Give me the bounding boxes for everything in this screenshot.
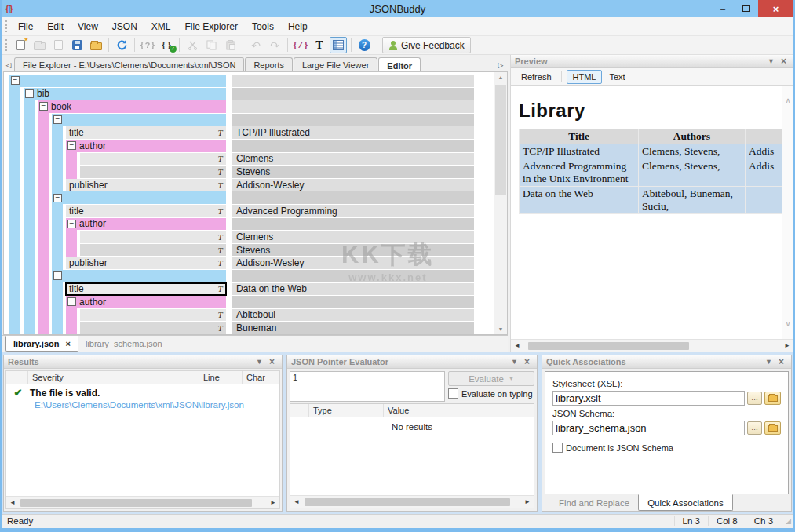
scrollbar-thumb[interactable] [20, 499, 252, 507]
collapse-icon[interactable]: − [67, 141, 76, 150]
evaluate-on-typing-checkbox[interactable] [448, 388, 458, 399]
tree-value-cell[interactable] [232, 114, 474, 126]
tab-editor[interactable]: Editor [378, 57, 421, 72]
scroll-left-icon[interactable]: ◄ [511, 342, 523, 349]
tree-container-header[interactable]: −book [38, 100, 226, 113]
scroll-down-icon[interactable]: ∨ [782, 320, 793, 328]
close-panel-icon[interactable]: × [521, 356, 533, 367]
evaluator-horizontal-scrollbar[interactable]: ◄ ► [290, 495, 534, 508]
open-schema-button[interactable] [764, 421, 781, 435]
tab-find-and-replace[interactable]: Find and Replace [550, 494, 638, 511]
open-stylesheet-button[interactable] [764, 392, 781, 405]
scroll-left-icon[interactable]: ◄ [6, 499, 19, 506]
tree-value-cell[interactable]: Clemens [232, 231, 474, 243]
tab-reports[interactable]: Reports [245, 57, 293, 71]
close-panel-icon[interactable]: × [266, 356, 278, 367]
tree-container-header[interactable]: − [52, 270, 226, 282]
collapse-icon[interactable]: − [39, 102, 48, 111]
collapse-icon[interactable]: − [53, 115, 62, 124]
document-is-schema-checkbox[interactable] [552, 443, 563, 453]
result-file-link[interactable]: E:\Users\Clemens\Documents\xml\JSON\libr… [35, 400, 279, 410]
open-folder-button[interactable] [87, 37, 104, 53]
tree-value-cell[interactable]: Buneman [232, 322, 474, 334]
scroll-right-icon[interactable]: ► [781, 342, 793, 349]
file-tab-library-json[interactable]: library.json × [5, 336, 78, 352]
editor-vertical-scrollbar[interactable]: ▲ ▼ [494, 72, 507, 334]
schema-input[interactable] [552, 421, 745, 435]
tree-name-cell[interactable]: T [80, 153, 226, 166]
tab-scroll-right-icon[interactable]: ▷ [495, 61, 506, 71]
pin-menu-icon[interactable]: ▼ [253, 358, 266, 366]
tree-value-cell[interactable] [232, 270, 474, 282]
close-tab-icon[interactable]: × [65, 339, 70, 348]
menu-view[interactable]: View [71, 18, 105, 35]
tree-name-cell[interactable]: T [80, 166, 226, 178]
tree-name-cell[interactable]: publisherT [66, 257, 226, 269]
scroll-down-icon[interactable]: ▼ [494, 326, 507, 332]
evaluate-button[interactable]: Evaluate ▼ [448, 371, 534, 386]
collapse-icon[interactable]: − [25, 89, 34, 98]
new-document-button[interactable]: * [12, 37, 29, 53]
tree-value-cell[interactable] [232, 88, 474, 100]
tab-html[interactable]: HTML [567, 70, 603, 84]
check-wellformed-button[interactable]: {}✓ [158, 37, 175, 53]
scroll-up-icon[interactable]: ▲ [494, 75, 507, 80]
tab-quick-associations[interactable]: Quick Associations [638, 494, 733, 511]
menu-file[interactable]: File [11, 18, 40, 35]
browse-schema-button[interactable]: … [747, 421, 762, 435]
column-type[interactable]: Type [309, 404, 384, 417]
scroll-right-icon[interactable]: ► [521, 498, 534, 505]
close-panel-icon[interactable]: × [775, 356, 787, 367]
file-tab-library-schema-json[interactable]: library_schema.json [78, 336, 170, 352]
save-button[interactable] [68, 37, 86, 53]
tree-name-cell[interactable]: titleT [66, 126, 226, 139]
results-horizontal-scrollbar[interactable]: ◄ ► [6, 496, 279, 508]
tree-container-header[interactable]: −author [66, 218, 226, 231]
tree-value-cell[interactable]: Addison-Wesley [232, 257, 474, 269]
tree-name-cell[interactable]: T [80, 322, 226, 334]
give-feedback-button[interactable]: Give Feedback [382, 37, 471, 53]
scroll-right-icon[interactable]: ► [267, 499, 279, 506]
tab-text[interactable]: Text [604, 71, 630, 83]
tree-value-cell[interactable] [232, 75, 474, 87]
tab-file[interactable]: File Explorer - E:\Users\Clemens\Documen… [14, 57, 244, 71]
tree-name-cell[interactable]: T [80, 244, 226, 257]
close-panel-icon[interactable]: × [778, 56, 790, 67]
json-syntax-button[interactable]: {/} [292, 37, 309, 53]
scrollbar-thumb[interactable] [495, 85, 506, 195]
resize-grip-icon[interactable]: ◢ [786, 517, 791, 525]
tree-container-header[interactable]: −bib [24, 88, 226, 100]
tree-container-header[interactable]: −author [66, 296, 226, 308]
scrollbar-thumb[interactable] [305, 498, 510, 506]
menu-xml[interactable]: XML [144, 18, 178, 35]
menu-edit[interactable]: Edit [40, 18, 71, 35]
tree-name-cell[interactable]: publisherT [66, 179, 226, 191]
browse-stylesheet-button[interactable]: … [747, 392, 762, 405]
tree-container-header[interactable]: −author [66, 140, 226, 152]
close-button[interactable]: × [758, 0, 793, 17]
tree-container-header[interactable]: − [52, 191, 226, 204]
scroll-up-icon[interactable]: ∧ [782, 97, 793, 104]
tree-value-cell[interactable] [232, 140, 474, 152]
tree-value-cell[interactable]: Addison-Wesley [232, 179, 474, 191]
collapse-icon[interactable]: − [67, 297, 76, 306]
tab-scroll-left-icon[interactable]: ◁ [3, 61, 14, 71]
tree-value-cell[interactable] [232, 191, 474, 204]
tree-value-cell[interactable]: Abiteboul [232, 309, 474, 322]
tree-value-cell[interactable] [232, 100, 474, 113]
pointer-expression-input[interactable]: 1 [290, 371, 445, 402]
tree-name-cell[interactable]: titleT [66, 283, 226, 296]
collapse-icon[interactable]: − [67, 220, 76, 228]
minimize-button[interactable]: – [711, 0, 735, 17]
menu-json[interactable]: JSON [105, 18, 144, 35]
column-severity[interactable]: Severity [28, 371, 199, 384]
collapse-icon[interactable]: − [53, 194, 62, 202]
pin-menu-icon[interactable]: ▼ [508, 358, 521, 366]
menu-help[interactable]: Help [281, 18, 315, 35]
help-button[interactable]: ? [356, 37, 373, 53]
grid-view-button[interactable] [330, 37, 347, 53]
tree-value-cell[interactable]: Stevens [232, 244, 474, 257]
preview-vertical-scrollbar[interactable]: ∧ ∨ [782, 86, 793, 339]
refresh-button[interactable]: Refresh [515, 70, 558, 84]
tree-value-cell[interactable]: Advanced Programming [232, 205, 474, 217]
